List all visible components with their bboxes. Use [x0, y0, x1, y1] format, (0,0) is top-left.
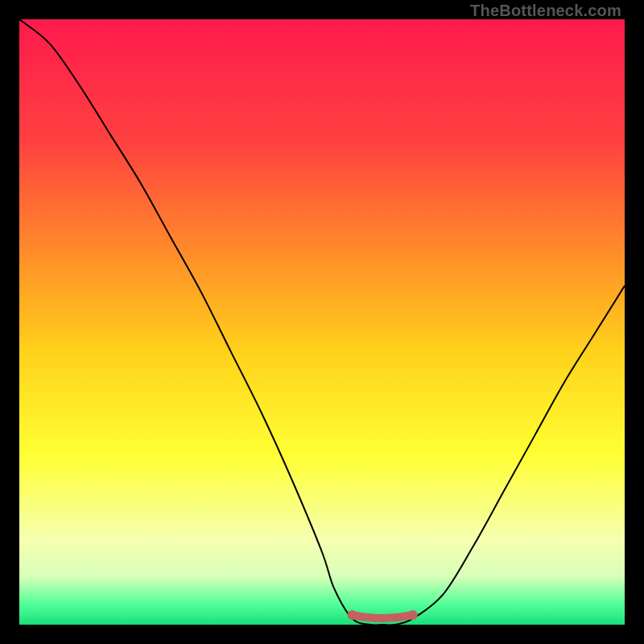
watermark-text: TheBottleneck.com [470, 2, 621, 20]
curve-layer [19, 19, 625, 625]
bottleneck-curve [19, 19, 625, 625]
valley-dot-left [348, 610, 357, 620]
valley-flat-marker [353, 615, 413, 618]
valley-dot-right [408, 610, 418, 620]
plot-area [19, 19, 625, 625]
chart-frame: TheBottleneck.com [0, 0, 644, 644]
